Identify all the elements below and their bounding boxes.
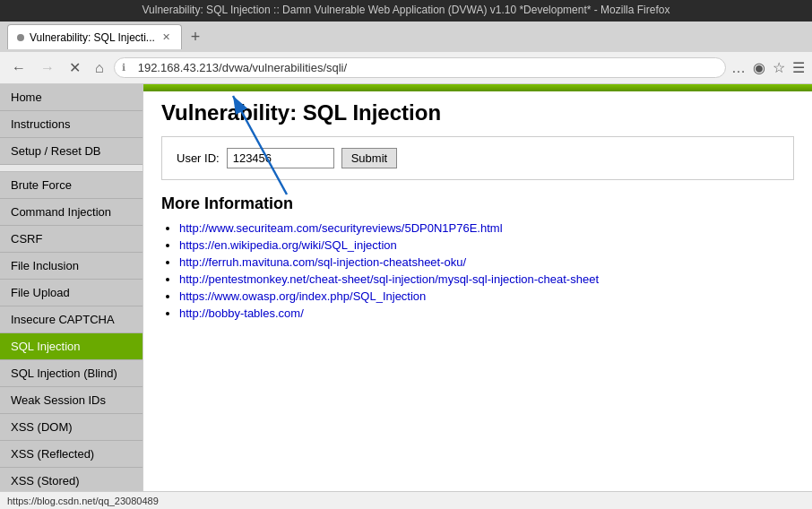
url-host: 192.168.43.213: [138, 61, 219, 74]
url-display: 192.168.43.213/dvwa/vulnerabilities/sqli…: [138, 61, 347, 74]
link-4[interactable]: http://pentestmonkey.net/cheat-sheet/sql…: [179, 272, 599, 286]
form-box: User ID: Submit: [161, 136, 794, 180]
sidebar: Home Instructions Setup / Reset DB Brute…: [0, 84, 143, 509]
page-title: Vulnerability: SQL Injection: [161, 100, 794, 125]
list-item: https://en.wikipedia.org/wiki/SQL_inject…: [179, 237, 794, 252]
page-content: Home Instructions Setup / Reset DB Brute…: [0, 84, 812, 509]
active-tab[interactable]: Vulnerability: SQL Injecti... ✕: [7, 24, 182, 49]
link-2[interactable]: https://en.wikipedia.org/wiki/SQL_inject…: [179, 238, 397, 252]
sidebar-item-home[interactable]: Home: [0, 84, 143, 111]
more-info-title: More Information: [161, 194, 794, 213]
forward-button[interactable]: →: [36, 58, 59, 78]
sidebar-item-csrf[interactable]: CSRF: [0, 226, 143, 253]
submit-button[interactable]: Submit: [341, 148, 397, 168]
sidebar-item-xss-dom[interactable]: XSS (DOM): [0, 414, 143, 441]
links-list: http://www.securiteam.com/securityreview…: [161, 220, 794, 320]
tab-label: Vulnerability: SQL Injecti...: [30, 31, 155, 44]
sidebar-item-instructions[interactable]: Instructions: [0, 111, 143, 138]
toolbar-icons: … ◉ ☆ ☰: [731, 59, 805, 76]
status-bar: https://blog.csdn.net/qq_23080489: [0, 491, 812, 509]
list-item: http://www.securiteam.com/securityreview…: [179, 220, 794, 235]
home-button[interactable]: ⌂: [91, 58, 108, 78]
list-item: https://www.owasp.org/index.php/SQL_Inje…: [179, 289, 794, 303]
main-inner: Vulnerability: SQL Injection User ID: Su…: [143, 91, 812, 341]
window-title: Vulnerability: SQL Injection :: Damn Vul…: [143, 4, 670, 16]
new-tab-button[interactable]: +: [186, 28, 206, 47]
reload-button[interactable]: ✕: [65, 57, 85, 78]
sidebar-item-brute-force[interactable]: Brute Force: [0, 172, 143, 199]
star-icon[interactable]: ☆: [773, 59, 785, 76]
address-bar: ← → ✕ ⌂ ℹ 192.168.43.213/dvwa/vulnerabil…: [0, 52, 812, 84]
link-3[interactable]: http://ferruh.mavituna.com/sql-injection…: [179, 255, 466, 269]
tab-favicon: [17, 34, 24, 41]
link-5[interactable]: https://www.owasp.org/index.php/SQL_Inje…: [179, 289, 426, 303]
tab-close-button[interactable]: ✕: [160, 31, 172, 43]
shield-icon[interactable]: ◉: [753, 59, 765, 76]
title-bar: Vulnerability: SQL Injection :: Damn Vul…: [0, 0, 812, 22]
green-bar: [143, 84, 812, 91]
sidebar-item-weak-session-ids[interactable]: Weak Session IDs: [0, 387, 143, 414]
menu-icon[interactable]: ☰: [792, 59, 805, 76]
back-button[interactable]: ←: [7, 58, 30, 78]
sidebar-divider: [0, 165, 143, 172]
sidebar-item-xss-reflected[interactable]: XSS (Reflected): [0, 441, 143, 468]
list-item: http://ferruh.mavituna.com/sql-injection…: [179, 254, 794, 269]
url-path: /dvwa/vulnerabilities/sqli/: [219, 61, 347, 74]
link-1[interactable]: http://www.securiteam.com/securityreview…: [179, 221, 503, 235]
status-url: https://blog.csdn.net/qq_23080489: [7, 496, 159, 506]
security-icon: ℹ: [122, 62, 125, 73]
sidebar-item-sql-injection[interactable]: SQL Injection: [0, 333, 143, 360]
user-id-input[interactable]: [227, 148, 334, 168]
sidebar-item-sql-injection-blind[interactable]: SQL Injection (Blind): [0, 360, 143, 387]
list-item: http://pentestmonkey.net/cheat-sheet/sql…: [179, 272, 794, 286]
address-field[interactable]: ℹ 192.168.43.213/dvwa/vulnerabilities/sq…: [114, 57, 726, 78]
sidebar-item-file-upload[interactable]: File Upload: [0, 280, 143, 306]
user-id-label: User ID:: [177, 151, 220, 165]
link-6[interactable]: http://bobby-tables.com/: [179, 306, 304, 320]
sidebar-item-command-injection[interactable]: Command Injection: [0, 199, 143, 226]
sidebar-item-file-inclusion[interactable]: File Inclusion: [0, 253, 143, 280]
sidebar-item-setup-reset-db[interactable]: Setup / Reset DB: [0, 138, 143, 165]
tab-bar: Vulnerability: SQL Injecti... ✕ +: [0, 22, 812, 52]
main-area: Vulnerability: SQL Injection User ID: Su…: [143, 84, 812, 509]
sidebar-item-insecure-captcha[interactable]: Insecure CAPTCHA: [0, 306, 143, 333]
bookmarks-icon[interactable]: …: [731, 60, 746, 76]
list-item: http://bobby-tables.com/: [179, 306, 794, 320]
